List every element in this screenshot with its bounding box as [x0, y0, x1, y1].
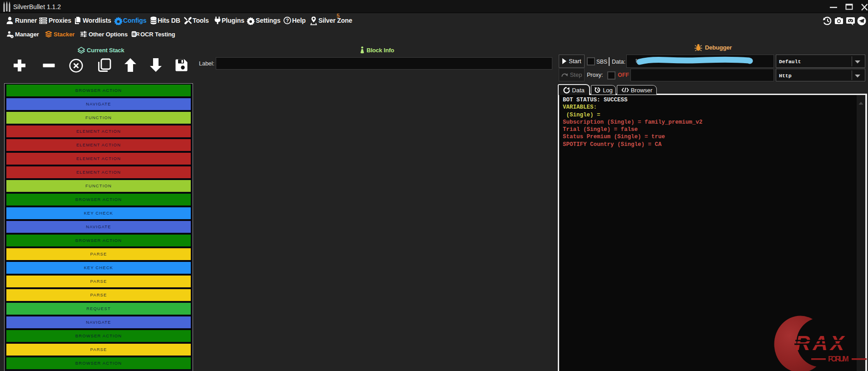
svg-text:?: ? [286, 18, 288, 23]
svg-text:R: R [136, 31, 140, 37]
svg-text:RAX: RAX [795, 331, 847, 355]
svg-text:FORUM: FORUM [828, 355, 849, 363]
